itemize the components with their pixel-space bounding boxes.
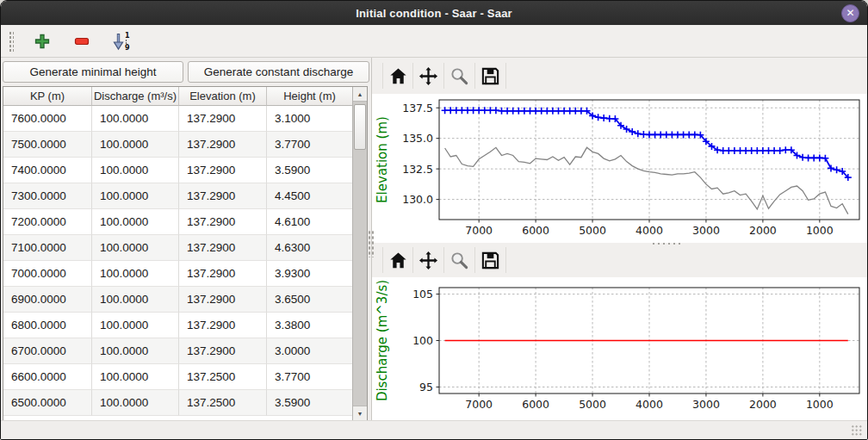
table-cell[interactable]: 4.6100 [267,209,353,235]
plot-home-button[interactable] [382,247,413,273]
table-cell[interactable]: 100.0000 [92,158,179,183]
close-button[interactable]: ✕ [841,4,859,22]
table-cell[interactable]: 3.5900 [267,158,353,183]
scroll-up-icon: ▲ [357,91,363,97]
table-row[interactable]: 6700.0000100.0000137.29003.0000 [3,338,367,364]
generate-minimal-height-button[interactable]: Generate minimal height [3,61,183,83]
table-row[interactable]: 6800.0000100.0000137.29003.3800 [3,313,367,338]
table-body: 7600.0000100.0000137.29003.10007500.0000… [3,106,367,416]
vertical-splitter-handle[interactable] [368,230,374,257]
plot-pan-button[interactable] [413,63,444,89]
table-row[interactable]: 7300.0000100.0000137.29004.4500 [3,183,367,209]
remove-row-button[interactable] [71,30,93,53]
table-cell[interactable]: 100.0000 [92,132,179,158]
table-cell[interactable]: 3.1000 [267,106,353,132]
svg-text:1000: 1000 [806,398,834,411]
column-header-elevation[interactable]: Elevation (m) [179,87,267,106]
table-row[interactable]: 7400.0000100.0000137.29003.5900 [3,158,367,183]
table-cell[interactable]: 137.2900 [179,313,267,338]
table-row[interactable]: 6900.0000100.0000137.29003.6500 [3,287,367,313]
table-cell[interactable]: 100.0000 [92,183,179,209]
column-header-discharge[interactable]: Discharge (m³/s) [92,87,179,106]
initial-condition-table: KP (m) Discharge (m³/s) Elevation (m) He… [3,86,368,421]
plot-save-button[interactable] [475,63,506,89]
table-cell[interactable]: 137.2900 [179,209,267,235]
scrollbar-thumb[interactable] [354,104,366,150]
table-cell[interactable]: 3.9300 [267,261,353,287]
plot-zoom-button[interactable] [444,63,475,89]
table-cell[interactable]: 100.0000 [92,287,179,313]
table-cell[interactable]: 7300.0000 [3,183,92,209]
generate-constant-discharge-button[interactable]: Generate constant discharge [188,61,369,83]
table-row[interactable]: 7100.0000100.0000137.29004.6300 [3,235,367,261]
table-cell[interactable]: 7000.0000 [3,261,92,287]
table-cell[interactable]: 137.2900 [179,287,267,313]
table-cell[interactable]: 4.4500 [267,183,353,209]
svg-text:135.0: 135.0 [402,132,433,145]
table-cell[interactable]: 137.2900 [179,158,267,183]
elevation-plot-toolbar [372,58,867,94]
table-cell[interactable]: 100.0000 [92,313,179,338]
table-cell[interactable]: 100.0000 [92,364,179,390]
scroll-up-button[interactable]: ▲ [353,87,367,102]
table-cell[interactable]: 100.0000 [92,261,179,287]
table-cell[interactable]: 3.3800 [267,313,353,338]
svg-text:5000: 5000 [579,398,606,411]
table-cell[interactable]: 3.6500 [267,287,353,313]
table-cell[interactable]: 3.7700 [267,132,353,158]
add-row-button[interactable] [31,30,53,53]
plot-save-button[interactable] [475,247,506,273]
resize-grip[interactable] [851,425,863,436]
sort-button[interactable]: 1 9 [110,30,133,53]
table-cell[interactable]: 6700.0000 [3,338,92,364]
table-cell[interactable]: 100.0000 [92,390,179,416]
column-header-height[interactable]: Height (m) [267,87,353,106]
table-cell[interactable]: 137.2900 [179,261,267,287]
table-cell[interactable]: 137.2500 [179,364,267,390]
table-row[interactable]: 6500.0000100.0000137.25003.5900 [3,390,367,416]
table-cell[interactable]: 4.6300 [267,235,353,261]
table-cell[interactable]: 137.2900 [179,132,267,158]
table-row[interactable]: 6600.0000100.0000137.25003.7700 [3,364,367,390]
magnifier-icon [450,66,469,86]
svg-text:6000: 6000 [522,398,549,411]
table-row[interactable]: 7600.0000100.0000137.29003.1000 [3,106,367,132]
table-cell[interactable]: 137.2500 [179,390,267,416]
table-cell[interactable]: 7200.0000 [3,209,92,235]
table-cell[interactable]: 3.7700 [267,364,353,390]
table-cell[interactable]: 137.2900 [179,106,267,132]
elevation-chart[interactable]: 7000600050004000300020001000130.0132.513… [372,94,868,243]
table-cell[interactable]: 7100.0000 [3,235,92,261]
table-row[interactable]: 7500.0000100.0000137.29003.7700 [3,132,367,158]
scroll-down-button[interactable]: ▼ [353,406,367,420]
table-cell[interactable]: 7400.0000 [3,158,92,183]
svg-text:4000: 4000 [636,398,663,411]
table-cell[interactable]: 6900.0000 [3,287,92,313]
table-cell[interactable]: 100.0000 [92,106,179,132]
table-cell[interactable]: 137.2900 [179,183,267,209]
table-cell[interactable]: 6500.0000 [3,390,92,416]
table-row[interactable]: 7200.0000100.0000137.29004.6100 [3,209,367,235]
plot-zoom-button[interactable] [444,247,475,273]
table-cell[interactable]: 7500.0000 [3,132,92,158]
table-scrollbar[interactable]: ▲ ▼ [352,87,367,420]
table-cell[interactable]: 3.0000 [267,338,353,364]
discharge-chart[interactable]: 700060005000400030002000100095100105Disc… [372,277,868,421]
table-cell[interactable]: 100.0000 [92,235,179,261]
table-cell[interactable]: 6600.0000 [3,364,92,390]
title-bar[interactable]: Initial condition - Saar - Saar ✕ [1,1,867,25]
table-cell[interactable]: 6800.0000 [3,313,92,338]
table-cell[interactable]: 137.2900 [179,338,267,364]
horizontal-splitter-handle[interactable] [651,242,684,246]
table-cell[interactable]: 100.0000 [92,338,179,364]
table-cell[interactable]: 3.5900 [267,390,353,416]
toolbar-drag-handle[interactable] [8,30,14,53]
table-cell[interactable]: 7600.0000 [3,106,92,132]
svg-text:3000: 3000 [692,224,720,237]
table-cell[interactable]: 100.0000 [92,209,179,235]
table-cell[interactable]: 137.2900 [179,235,267,261]
column-header-kp[interactable]: KP (m) [3,87,92,106]
plot-pan-button[interactable] [413,247,444,273]
table-row[interactable]: 7000.0000100.0000137.29003.9300 [3,261,367,287]
plot-home-button[interactable] [382,63,413,89]
